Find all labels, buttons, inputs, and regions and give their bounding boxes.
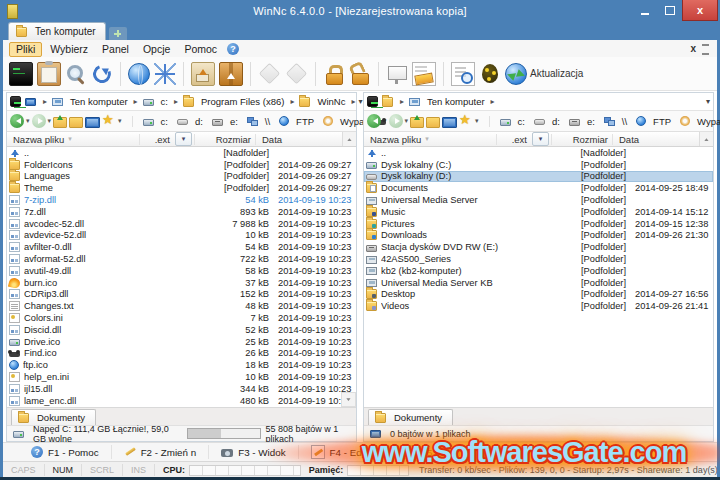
file-row[interactable]: .. [Nadfolder] <box>364 147 713 159</box>
pane-tab-dokumenty[interactable]: Dokumenty <box>368 409 453 425</box>
scroll-down-icon[interactable] <box>341 392 356 407</box>
folder-up-icon[interactable] <box>410 117 424 128</box>
folder-up-icon[interactable] <box>53 117 67 128</box>
toolbar-button[interactable] <box>323 63 345 85</box>
forward-icon[interactable] <box>32 114 46 128</box>
breadcrumb-item[interactable]: Program Files (x86) <box>181 96 297 107</box>
back-icon[interactable] <box>10 114 24 128</box>
favorites-star-icon[interactable] <box>459 114 473 128</box>
file-row[interactable]: help_en.ini 10 kB 2014-09-19 10:23 <box>7 371 356 383</box>
column-name[interactable]: Nazwa pliku <box>7 134 140 145</box>
breadcrumb-dropdown-icon[interactable] <box>358 97 362 106</box>
drive-button[interactable]: d: <box>175 116 203 127</box>
drive-button[interactable]: Wypal <box>678 116 720 127</box>
file-row[interactable]: Discid.dll 52 kB 2014-09-19 10:23 <box>7 324 356 336</box>
drive-button[interactable]: c: <box>498 116 525 127</box>
function-key-button[interactable]: F2 - Zmień n <box>112 445 210 459</box>
scroll-up-icon[interactable] <box>699 132 713 146</box>
file-row[interactable]: avcodec-52.dll 7 988 kB 2014-09-19 10:23 <box>7 218 356 230</box>
file-row[interactable]: 7z.dll 893 kB 2014-09-19 10:23 <box>7 206 356 218</box>
file-row[interactable]: Desktop [Podfolder] 2014-09-27 16:56 <box>364 289 713 301</box>
drive-button[interactable]: \\ <box>602 116 627 127</box>
breadcrumb-dropdown-icon[interactable] <box>706 97 710 106</box>
menu-item[interactable]: Pliki <box>9 42 42 57</box>
file-row[interactable]: avformat-52.dll 722 kB 2014-09-19 10:23 <box>7 253 356 265</box>
column-date[interactable]: Data <box>612 134 699 145</box>
file-row[interactable]: Drive.ico 25 kB 2014-09-19 10:23 <box>7 336 356 348</box>
toolbar-button[interactable] <box>219 62 243 86</box>
breadcrumb-item[interactable]: Ten komputer <box>407 96 498 107</box>
toolbar-button[interactable] <box>128 63 150 85</box>
file-row[interactable]: Music [Podfolder] 2014-09-14 15:12 <box>364 206 713 218</box>
forward-dropdown-icon[interactable] <box>48 117 52 125</box>
new-tab-button[interactable] <box>109 27 127 40</box>
file-row[interactable]: 42AS500_Series [Podfolder] <box>364 253 713 265</box>
menu-item[interactable]: Pomoc <box>178 43 223 56</box>
file-row[interactable]: avdevice-52.dll 10 kB 2014-09-19 10:23 <box>7 230 356 242</box>
left-breadcrumb[interactable]: Ten komputer c: <box>7 93 356 111</box>
back-dropdown-icon[interactable] <box>26 117 30 125</box>
menu-pin-icon[interactable] <box>702 44 709 55</box>
toolbar-button[interactable] <box>451 62 475 86</box>
toolbar-button[interactable] <box>154 63 176 85</box>
file-row[interactable]: Universal Media Server KB [Podfolder] <box>364 277 713 289</box>
folder-icon[interactable] <box>426 117 440 128</box>
file-row[interactable]: burn.ico 37 kB 2014-09-19 10:23 <box>7 277 356 289</box>
tab-ten-komputer[interactable]: Ten komputer <box>8 22 106 40</box>
file-row[interactable]: Changes.txt 48 kB 2014-09-19 10:23 <box>7 300 356 312</box>
toolbar-button[interactable] <box>258 62 281 85</box>
file-row[interactable]: Downloads [Podfolder] 2014-09-26 21:30 <box>364 230 713 242</box>
file-row[interactable]: Find.ico 26 kB 2014-09-19 10:23 <box>7 348 356 360</box>
back-icon[interactable] <box>367 114 381 128</box>
forward-icon[interactable] <box>389 114 403 128</box>
maximize-button[interactable] <box>657 0 682 20</box>
breadcrumb-item[interactable]: c: <box>141 96 181 107</box>
file-row[interactable]: Theme [Podfolder] 2014-09-26 09:27 <box>7 182 356 194</box>
drive-button[interactable]: d: <box>532 116 560 127</box>
file-row[interactable]: Videos [Podfolder] 2014-09-26 21:41 <box>364 300 713 312</box>
file-row[interactable]: Pictures [Podfolder] 2014-09-15 12:38 <box>364 218 713 230</box>
close-button[interactable]: x <box>682 0 718 21</box>
file-row[interactable]: Dysk lokalny (C:) [Podfolder] <box>364 159 713 171</box>
forward-dropdown-icon[interactable] <box>405 117 409 125</box>
column-date[interactable]: Data <box>255 134 342 145</box>
column-ext[interactable]: .ext <box>140 134 173 145</box>
file-row[interactable]: Documents [Podfolder] 2014-09-25 18:49 <box>364 182 713 194</box>
title-bar[interactable]: WinNc 6.4.0.0 - [Niezarejestrowana kopia… <box>0 0 720 22</box>
file-row[interactable]: Colors.ini 7 kB 2014-09-19 10:23 <box>7 312 356 324</box>
file-row[interactable]: .. [Nadfolder] <box>7 147 356 159</box>
drive-button[interactable]: Wypal <box>321 116 366 127</box>
menu-close-icon[interactable]: x <box>690 44 696 54</box>
file-row[interactable]: CDRip3.dll 152 kB 2014-09-19 10:23 <box>7 289 356 301</box>
ext-filter-dropdown[interactable] <box>532 132 549 146</box>
column-size[interactable]: Rozmiar <box>194 134 255 145</box>
folder-icon[interactable] <box>69 117 83 128</box>
column-size[interactable]: Rozmiar <box>551 134 612 145</box>
toolbar-button[interactable] <box>191 62 215 86</box>
drive-button[interactable]: \\ <box>245 116 270 127</box>
toolbar-button[interactable] <box>285 62 308 85</box>
drive-button[interactable]: FTP <box>634 116 671 127</box>
minimize-button[interactable] <box>632 0 657 20</box>
file-row[interactable]: avutil-49.dll 58 kB 2014-09-19 10:23 <box>7 265 356 277</box>
toolbar-button[interactable] <box>386 63 408 85</box>
menu-item[interactable]: Opcje <box>137 43 176 56</box>
breadcrumb-item[interactable]: Ten komputer <box>50 96 141 107</box>
scroll-up-icon[interactable] <box>342 132 356 146</box>
file-row[interactable]: Languages [Podfolder] 2014-09-26 09:27 <box>7 171 356 183</box>
file-row[interactable]: ftp.ico 18 kB 2014-09-19 10:23 <box>7 359 356 371</box>
column-ext[interactable]: .ext <box>497 134 530 145</box>
ext-filter-dropdown[interactable] <box>175 132 192 146</box>
menu-item[interactable]: Panel <box>96 43 135 56</box>
favorites-dropdown-icon[interactable] <box>475 117 479 125</box>
help-icon[interactable] <box>227 43 239 55</box>
toolbar-button[interactable] <box>65 63 87 85</box>
toolbar-button[interactable] <box>37 62 61 86</box>
file-row[interactable]: ijl15.dll 344 kB 2014-09-19 10:23 <box>7 383 356 395</box>
desktop-icon[interactable] <box>442 117 457 128</box>
file-row[interactable]: avfilter-0.dll 54 kB 2014-09-19 10:23 <box>7 241 356 253</box>
file-row[interactable]: Universal Media Server [Podfolder] <box>364 194 713 206</box>
column-name[interactable]: Nazwa pliku <box>364 134 497 145</box>
desktop-icon[interactable] <box>85 117 100 128</box>
softwaresgate-banner[interactable]: www.SoftwaresGate.com <box>328 428 720 476</box>
